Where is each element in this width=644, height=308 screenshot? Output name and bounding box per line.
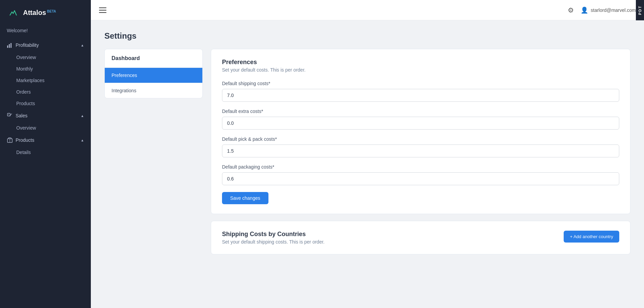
app-name: AttalosBETA xyxy=(23,9,56,17)
preferences-subtitle: Set your default costs. This is per orde… xyxy=(222,67,619,73)
pick-pack-cost-label: Default pick & pack costs* xyxy=(222,136,619,142)
sidebar-item-orders[interactable]: Orders xyxy=(0,86,91,98)
sidebar-section-sales: Sales ▲ Overview xyxy=(0,109,91,134)
sidebar-section-profitability: Profitability ▲ Overview Monthly Marketp… xyxy=(0,39,91,109)
sidebar-item-products-profitability[interactable]: Products xyxy=(0,98,91,109)
shipping-countries-title: Shipping Costs by Countries xyxy=(222,231,324,238)
sidebar-item-details[interactable]: Details xyxy=(0,147,91,158)
svg-rect-3 xyxy=(11,43,12,48)
svg-point-5 xyxy=(8,114,9,115)
sidebar-item-monthly[interactable]: Monthly xyxy=(0,63,91,75)
shipping-countries-card: Shipping Costs by Countries Set your def… xyxy=(211,221,630,254)
extra-cost-label: Default extra costs* xyxy=(222,109,619,114)
svg-line-6 xyxy=(9,114,12,116)
pdt-badge: PDT xyxy=(636,0,644,20)
user-info[interactable]: 👤 starlord@marvel.com xyxy=(581,6,636,14)
page-title: Settings xyxy=(104,31,630,41)
svg-rect-1 xyxy=(7,45,8,48)
shipping-cost-label: Default shipping costs* xyxy=(222,81,619,86)
sidebar-item-overview[interactable]: Overview xyxy=(0,52,91,63)
shipping-cost-group: Default shipping costs* xyxy=(222,81,619,102)
sidebar: AttalosBETA Welcome! Profitability ▲ Ove… xyxy=(0,0,91,308)
topbar-left xyxy=(99,7,106,13)
extra-cost-group: Default extra costs* xyxy=(222,109,619,130)
shipping-cost-input[interactable] xyxy=(222,89,619,102)
user-email: starlord@marvel.com xyxy=(591,7,636,13)
sidebar-section-profitability-header[interactable]: Profitability ▲ xyxy=(0,39,91,52)
sidebar-item-sales-overview[interactable]: Overview xyxy=(0,122,91,134)
packaging-cost-input[interactable] xyxy=(222,172,619,185)
app-logo xyxy=(7,6,20,19)
left-panel: Dashboard Preferences Integrations xyxy=(104,49,203,98)
products-label: Products xyxy=(16,137,34,143)
page-content: Settings Dashboard Preferences Integrati… xyxy=(91,20,644,308)
left-panel-item-integrations[interactable]: Integrations xyxy=(105,83,202,98)
tag-icon xyxy=(7,113,13,119)
pick-pack-cost-input[interactable] xyxy=(222,145,619,157)
shipping-countries-title-area: Shipping Costs by Countries Set your def… xyxy=(222,231,324,245)
extra-cost-input[interactable] xyxy=(222,117,619,130)
pick-pack-cost-group: Default pick & pack costs* xyxy=(222,136,619,157)
profitability-label: Profitability xyxy=(16,42,39,48)
profitability-chevron: ▲ xyxy=(81,43,84,47)
sidebar-item-marketplaces[interactable]: Marketplaces xyxy=(0,75,91,86)
main-area: ⚙ 👤 starlord@marvel.com PDT Settings Das… xyxy=(91,0,644,308)
preferences-title: Preferences xyxy=(222,59,619,66)
topbar: ⚙ 👤 starlord@marvel.com PDT xyxy=(91,0,644,20)
topbar-right: ⚙ 👤 starlord@marvel.com xyxy=(568,6,636,14)
packaging-cost-group: Default packaging costs* xyxy=(222,164,619,185)
shipping-countries-header: Shipping Costs by Countries Set your def… xyxy=(222,231,619,245)
sidebar-section-products-header[interactable]: Products ▲ xyxy=(0,134,91,147)
welcome-text: Welcome! xyxy=(0,25,91,39)
preferences-card: Preferences Set your default costs. This… xyxy=(211,49,630,214)
settings-layout: Dashboard Preferences Integrations Prefe… xyxy=(104,49,630,254)
sidebar-section-products: Products ▲ Details xyxy=(0,134,91,158)
settings-gear-icon[interactable]: ⚙ xyxy=(568,6,574,14)
user-avatar-icon: 👤 xyxy=(581,6,588,14)
sales-chevron: ▲ xyxy=(81,114,84,118)
products-chevron: ▲ xyxy=(81,138,84,142)
sidebar-section-sales-header[interactable]: Sales ▲ xyxy=(0,109,91,122)
left-panel-header: Dashboard xyxy=(105,49,202,68)
sales-label: Sales xyxy=(16,113,27,118)
left-panel-item-preferences[interactable]: Preferences xyxy=(105,68,202,83)
logo-area[interactable]: AttalosBETA xyxy=(0,0,91,25)
add-country-button[interactable]: + Add another country xyxy=(564,231,619,243)
save-changes-button[interactable]: Save changes xyxy=(222,192,268,204)
right-panel: Preferences Set your default costs. This… xyxy=(211,49,630,254)
box-icon xyxy=(7,137,13,143)
bar-chart-icon xyxy=(7,42,13,48)
hamburger-menu[interactable] xyxy=(99,7,106,13)
svg-rect-2 xyxy=(9,44,10,48)
packaging-cost-label: Default packaging costs* xyxy=(222,164,619,170)
shipping-countries-subtitle: Set your default shipping costs. This is… xyxy=(222,239,324,245)
